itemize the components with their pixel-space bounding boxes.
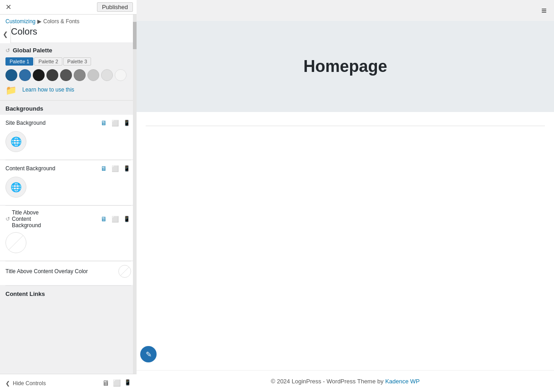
content-bg-mobile-icon[interactable]: 📱 (122, 164, 131, 173)
color-swatch-8[interactable] (101, 69, 113, 81)
color-swatch-1[interactable] (5, 69, 17, 81)
published-button[interactable]: Published (97, 2, 133, 12)
panel-content[interactable]: ↺ Global Palette Palette 1 Palette 2 Pal… (0, 42, 137, 374)
title-above-tablet-icon[interactable]: ⬜ (111, 215, 120, 224)
title-overlay-color-button[interactable] (118, 265, 131, 278)
title-above-desktop-icon[interactable]: 🖥 (100, 214, 108, 224)
preview-frame: Homepage © 2024 LoginPress - WordPress T… (137, 21, 554, 392)
palette-tab-3[interactable]: Palette 3 (63, 57, 91, 66)
color-swatch-4[interactable] (46, 69, 58, 81)
hamburger-icon[interactable]: ≡ (541, 5, 547, 16)
top-bar: ✕ Published (0, 0, 137, 15)
breadcrumb-parent-link[interactable]: Customizing (5, 18, 36, 25)
folder-icon[interactable]: 📁 (5, 85, 17, 96)
bottom-mobile-icon[interactable]: 📱 (124, 379, 131, 387)
color-swatch-2[interactable] (19, 69, 31, 81)
site-background-control: Site Background 🖥 ⬜ 📱 🌐 (0, 115, 137, 159)
title-above-mobile-icon[interactable]: 📱 (122, 215, 131, 223)
bottom-device-icons: 🖥 ⬜ 📱 (102, 379, 131, 387)
site-bg-color-button[interactable]: 🌐 (5, 131, 26, 152)
content-bg-color-button[interactable]: 🌐 (5, 177, 26, 198)
global-palette-section: ↺ Global Palette Palette 1 Palette 2 Pal… (0, 42, 137, 100)
preview-footer: © 2024 LoginPress - WordPress Theme by K… (137, 370, 554, 392)
title-above-label: Title AboveContentBackground (12, 209, 41, 229)
palette-row: 📁 Learn how to use this (5, 84, 131, 96)
preview-area: ✎ ≡ Homepage © 2024 LoginPress - WordPre… (137, 0, 554, 392)
preview-hero: Homepage (137, 21, 554, 112)
preview-body (137, 112, 554, 370)
left-panel: ✕ Published ❮ Customizing ▶ Colors & Fon… (0, 0, 137, 392)
preview-line (146, 126, 545, 126)
content-bg-label: Content Background (5, 165, 55, 172)
site-bg-device-icons: 🖥 ⬜ 📱 (100, 118, 131, 127)
breadcrumb: Customizing ▶ Colors & Fonts (5, 18, 131, 25)
color-swatch-6[interactable] (74, 69, 86, 81)
bottom-bar: ❮ Hide Controls 🖥 ⬜ 📱 (0, 374, 137, 392)
color-swatches (5, 69, 131, 81)
breadcrumb-child: Colors & Fonts (43, 18, 79, 25)
color-swatch-5[interactable] (60, 69, 72, 81)
title-overlay-label: Title Above Content Overlay Color (5, 268, 88, 275)
close-button[interactable]: ✕ (4, 1, 13, 13)
color-swatch-3[interactable] (33, 69, 45, 81)
panel-title: Colors (5, 25, 131, 42)
globe-icon-1: 🌐 (10, 136, 22, 147)
learn-link[interactable]: Learn how to use this (22, 87, 74, 93)
site-bg-label-row: Site Background 🖥 ⬜ 📱 (5, 118, 131, 127)
title-overlay-control: Title Above Content Overlay Color (0, 261, 137, 285)
title-above-content-control: ↺ Title AboveContentBackground 🖥 ⬜ 📱 (0, 206, 137, 260)
footer-link[interactable]: Kadence WP (385, 378, 420, 385)
content-bg-label-row: Content Background 🖥 ⬜ 📱 (5, 164, 131, 173)
hide-controls-arrow: ❮ (5, 380, 10, 387)
pencil-icon-bottom: ✎ (146, 350, 152, 359)
title-above-device-icons: 🖥 ⬜ 📱 (100, 214, 131, 224)
edit-button-bottom[interactable]: ✎ (140, 346, 157, 362)
palette-reset-icon[interactable]: ↺ (5, 47, 10, 54)
backgrounds-title: Backgrounds (0, 101, 137, 115)
palette-tabs: Palette 1 Palette 2 Palette 3 (5, 57, 131, 66)
breadcrumb-bar: Customizing ▶ Colors & Fonts Colors (0, 15, 137, 42)
bottom-desktop-icon[interactable]: 🖥 (102, 379, 109, 387)
site-bg-mobile-icon[interactable]: 📱 (122, 119, 131, 127)
site-bg-tablet-icon[interactable]: ⬜ (111, 119, 120, 127)
globe-icon-2: 🌐 (10, 182, 22, 193)
content-bg-device-icons: 🖥 ⬜ 📱 (100, 164, 131, 173)
footer-text: © 2024 LoginPress - WordPress Theme by (271, 378, 385, 385)
global-palette-header: ↺ Global Palette (5, 47, 131, 54)
preview-hero-title: Homepage (303, 57, 387, 76)
title-overlay-label-row: Title Above Content Overlay Color (5, 265, 131, 278)
color-swatch-7[interactable] (87, 69, 99, 81)
content-background-control: Content Background 🖥 ⬜ 📱 🌐 (0, 160, 137, 205)
title-above-color-button[interactable] (5, 232, 26, 253)
color-swatch-9[interactable] (115, 69, 127, 81)
title-above-reset-icon[interactable]: ↺ (5, 216, 10, 222)
site-bg-label: Site Background (5, 120, 46, 126)
palette-tab-1[interactable]: Palette 1 (5, 57, 33, 66)
back-button[interactable]: ❮ (0, 25, 11, 43)
hide-controls-label: Hide Controls (13, 380, 46, 387)
panel-scrollbar[interactable] (133, 15, 137, 374)
breadcrumb-separator: ▶ (37, 18, 41, 25)
bottom-tablet-icon[interactable]: ⬜ (113, 379, 121, 387)
site-bg-desktop-icon[interactable]: 🖥 (100, 118, 108, 127)
content-bg-desktop-icon[interactable]: 🖥 (100, 164, 108, 173)
hide-controls-button[interactable]: ❮ Hide Controls (5, 380, 46, 387)
title-above-label-row: ↺ Title AboveContentBackground 🖥 ⬜ 📱 (5, 209, 131, 229)
palette-tab-2[interactable]: Palette 2 (34, 57, 62, 66)
content-bg-tablet-icon[interactable]: ⬜ (111, 164, 120, 173)
preview-topbar: ≡ (137, 0, 554, 21)
content-links-label: Content Links (0, 286, 137, 300)
global-palette-title: Global Palette (13, 47, 52, 54)
scrollbar-thumb[interactable] (133, 22, 137, 49)
